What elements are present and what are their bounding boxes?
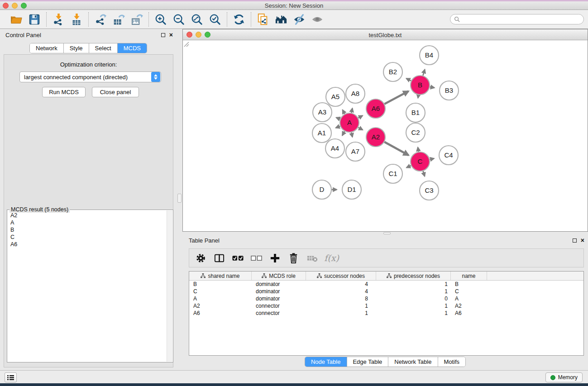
splitter-grip[interactable]: [383, 232, 391, 234]
mcds-result-item[interactable]: A: [7, 219, 166, 226]
column-selector-button[interactable]: [211, 250, 227, 266]
apply-layout-button[interactable]: [232, 13, 246, 26]
delete-columns-button[interactable]: [286, 250, 301, 266]
node-C2[interactable]: C2: [406, 123, 425, 142]
panel-splitter-horizontal[interactable]: [182, 232, 588, 235]
zoom-in-button[interactable]: [154, 13, 167, 26]
edge-A2-C[interactable]: [384, 142, 408, 155]
edge-C-C4[interactable]: [430, 158, 434, 159]
edge-A-A8[interactable]: [351, 108, 352, 113]
mcds-result-item[interactable]: A2: [7, 212, 166, 219]
table-row[interactable]: A2connector11A2: [189, 302, 583, 310]
tab-node-table[interactable]: Node Table: [305, 357, 347, 367]
float-panel-icon[interactable]: [573, 238, 577, 243]
edge-A-A1[interactable]: [336, 126, 340, 128]
edge-C-C1[interactable]: [406, 166, 411, 167]
node-A2[interactable]: A2: [366, 128, 385, 147]
table-mode-button[interactable]: [193, 250, 209, 266]
node-A5[interactable]: A5: [326, 87, 345, 106]
network-canvas[interactable]: B4B2BB3A5A8A6A3B1AA1C2A2A4A7C4CC1DD1C3: [183, 41, 588, 231]
mcds-result-item[interactable]: B: [7, 226, 166, 234]
column-header-shared-name[interactable]: shared name: [189, 272, 252, 280]
node-C4[interactable]: C4: [439, 146, 458, 165]
float-panel-icon[interactable]: [161, 33, 165, 37]
node-A7[interactable]: A7: [346, 142, 365, 161]
node-B2[interactable]: B2: [383, 62, 402, 81]
node-C3[interactable]: C3: [420, 181, 439, 200]
edge-B-B4[interactable]: [423, 70, 425, 76]
mcds-result-item[interactable]: C: [7, 234, 166, 241]
table-row[interactable]: A6connector11A6: [189, 310, 583, 317]
close-panel-icon[interactable]: ×: [581, 238, 584, 243]
export-image-button[interactable]: [130, 13, 143, 26]
edge-A-A7[interactable]: [351, 133, 352, 137]
node-B[interactable]: B: [411, 76, 430, 95]
tab-edge-table[interactable]: Edge Table: [347, 357, 388, 367]
memory-button[interactable]: Memory: [545, 372, 583, 382]
tab-network-table[interactable]: Network Table: [388, 357, 438, 367]
edge-B-B2[interactable]: [406, 78, 411, 81]
import-table-button[interactable]: [70, 13, 83, 26]
hide-selected-button[interactable]: [292, 13, 306, 26]
node-A3[interactable]: A3: [313, 103, 332, 122]
table-row[interactable]: Cdominator41C: [189, 288, 583, 295]
zoom-fit-button[interactable]: [190, 13, 204, 26]
tab-mcds[interactable]: MCDS: [118, 43, 147, 53]
node-A8[interactable]: A8: [346, 84, 365, 103]
scrollbar-track[interactable]: [167, 210, 172, 362]
edge-A-A6[interactable]: [358, 116, 362, 118]
function-builder-button[interactable]: f(x): [323, 250, 339, 266]
column-header-predecessor-nodes[interactable]: predecessor nodes: [376, 272, 451, 280]
edge-C-C3[interactable]: [423, 171, 425, 176]
mcds-result-item[interactable]: A6: [7, 241, 166, 248]
node-B1[interactable]: B1: [406, 103, 425, 122]
close-panel-button[interactable]: Close panel: [92, 87, 139, 97]
first-neighbors-button[interactable]: [274, 13, 288, 26]
node-B4[interactable]: B4: [420, 46, 439, 65]
save-session-button[interactable]: [28, 13, 41, 26]
tab-network[interactable]: Network: [30, 43, 64, 53]
edge-A6-B[interactable]: [384, 91, 408, 104]
column-header-MCDS-role[interactable]: MCDS role: [252, 272, 306, 280]
export-network-button[interactable]: [94, 13, 107, 26]
edge-B-B3[interactable]: [430, 87, 435, 88]
node-C[interactable]: C: [411, 152, 430, 171]
splitter-grip[interactable]: [177, 194, 182, 203]
delete-table-button[interactable]: [304, 250, 320, 266]
node-A4[interactable]: A4: [325, 139, 344, 158]
node-D1[interactable]: D1: [342, 180, 361, 199]
node-B3[interactable]: B3: [440, 81, 459, 100]
zoom-out-button[interactable]: [172, 13, 186, 26]
table-row[interactable]: Adominator80A: [189, 295, 583, 302]
resize-grip-icon[interactable]: [183, 41, 189, 47]
edge-A-A3[interactable]: [336, 118, 340, 119]
node-C1[interactable]: C1: [383, 164, 402, 183]
node-D[interactable]: D: [312, 180, 331, 199]
edge-C-C2[interactable]: [418, 148, 419, 152]
column-header-name[interactable]: name: [451, 272, 487, 280]
create-column-button[interactable]: [267, 250, 283, 266]
dropdown-stepper-icon[interactable]: [151, 72, 160, 82]
column-header-successor-nodes[interactable]: successor nodes: [306, 272, 376, 280]
edge-A-A2[interactable]: [358, 128, 363, 130]
show-panels-button[interactable]: [5, 372, 17, 382]
open-session-button[interactable]: [10, 13, 23, 26]
tab-select[interactable]: Select: [89, 43, 118, 53]
tab-motifs[interactable]: Motifs: [438, 357, 465, 367]
close-panel-icon[interactable]: ×: [169, 33, 173, 38]
panel-splitter-vertical[interactable]: [177, 29, 182, 370]
search-field[interactable]: [450, 14, 584, 24]
criterion-dropdown[interactable]: largest connected component (directed): [19, 71, 161, 82]
select-all-columns-button[interactable]: [230, 250, 246, 266]
run-mcds-button[interactable]: Run MCDS: [42, 87, 86, 97]
export-table-button[interactable]: [112, 13, 125, 26]
table-row[interactable]: Bdominator41B: [189, 281, 583, 288]
show-all-button[interactable]: [311, 13, 324, 26]
new-network-from-selection-button[interactable]: [256, 13, 270, 26]
edge-B-B1[interactable]: [418, 95, 418, 98]
search-input[interactable]: [462, 16, 580, 23]
zoom-selected-button[interactable]: [208, 13, 222, 26]
edge-A-A5[interactable]: [343, 110, 345, 114]
edge-A-A4[interactable]: [342, 131, 344, 135]
node-A6[interactable]: A6: [366, 99, 385, 118]
